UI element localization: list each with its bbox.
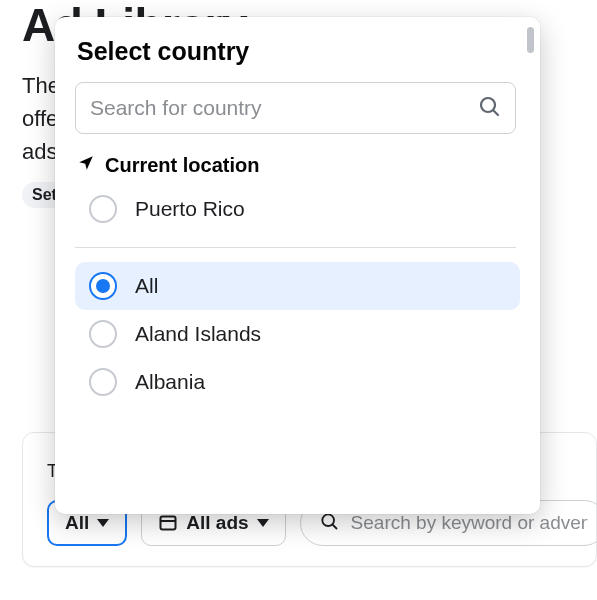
search-icon — [477, 94, 501, 122]
radio-icon — [89, 272, 117, 300]
country-option-label: Aland Islands — [135, 322, 261, 346]
chevron-down-icon — [257, 519, 269, 527]
ad-category-value: All ads — [186, 512, 248, 534]
country-option[interactable]: Albania — [75, 358, 520, 406]
divider — [75, 247, 516, 248]
country-option-label: All — [135, 274, 158, 298]
country-option-label: Puerto Rico — [135, 197, 245, 221]
ads-icon — [158, 513, 178, 533]
country-option-all[interactable]: All — [75, 262, 520, 310]
svg-line-3 — [332, 525, 336, 529]
svg-line-5 — [493, 110, 498, 115]
country-option[interactable]: Aland Islands — [75, 310, 520, 358]
search-icon — [319, 511, 339, 535]
radio-icon — [89, 320, 117, 348]
radio-icon — [89, 368, 117, 396]
popover-title: Select country — [75, 37, 536, 66]
svg-rect-0 — [161, 517, 176, 530]
chevron-down-icon — [97, 519, 109, 527]
radio-icon — [89, 195, 117, 223]
country-search-input[interactable] — [90, 96, 477, 120]
country-filter-value: All — [65, 512, 89, 534]
country-option-label: Albania — [135, 370, 205, 394]
current-location-section: Current location — [75, 152, 536, 185]
country-option-current[interactable]: Puerto Rico — [75, 185, 520, 233]
current-location-label: Current location — [105, 154, 259, 177]
scrollbar-thumb[interactable] — [527, 27, 534, 53]
country-select-popover: Select country Current location Puerto R… — [55, 17, 540, 514]
keyword-search-input[interactable] — [351, 512, 588, 534]
country-search[interactable] — [75, 82, 516, 134]
location-arrow-icon — [77, 154, 95, 177]
